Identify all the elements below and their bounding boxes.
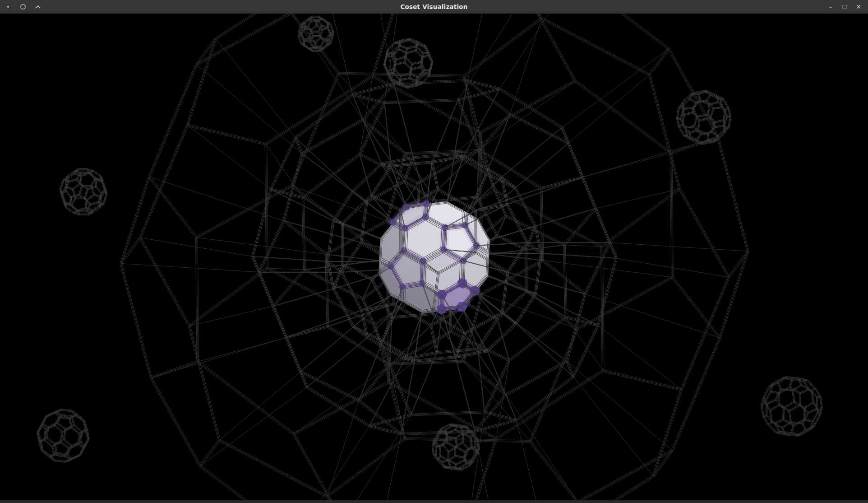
chevron-up-icon[interactable] xyxy=(34,3,42,10)
maximize-button[interactable]: □ xyxy=(840,2,849,12)
window-bottom-border xyxy=(0,500,868,503)
coset-visualization-viewport[interactable] xyxy=(0,14,868,500)
titlebar: Coset Visualization – □ ✕ xyxy=(0,0,868,14)
minimize-button[interactable]: – xyxy=(826,3,835,13)
close-button[interactable]: ✕ xyxy=(854,2,863,12)
window-title: Coset Visualization xyxy=(0,3,868,10)
circle-icon[interactable] xyxy=(19,3,27,10)
window-controls: – □ ✕ xyxy=(826,0,863,14)
titlebar-left-icons xyxy=(5,0,42,14)
menu-dot-icon[interactable] xyxy=(5,3,12,10)
